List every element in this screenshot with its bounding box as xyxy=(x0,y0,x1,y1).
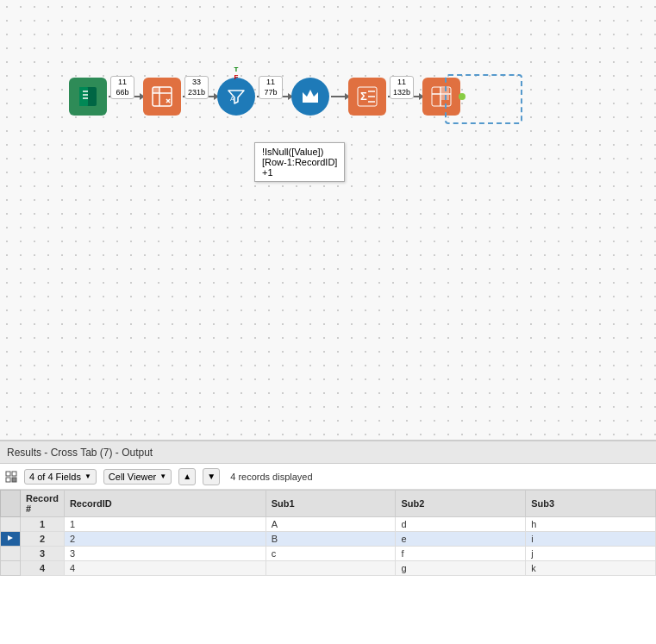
node-summarize[interactable] xyxy=(291,78,329,116)
row-indicator-1 xyxy=(1,517,21,532)
data-table: Record # RecordID Sub1 Sub2 Sub3 1 1 A d… xyxy=(0,490,656,576)
svg-rect-20 xyxy=(441,88,449,93)
cell-recordid-4: 4 xyxy=(64,561,266,576)
th-record-num: Record # xyxy=(21,491,65,517)
nav-up-button[interactable]: ▲ xyxy=(178,468,196,485)
cell-sub1-4 xyxy=(266,561,396,576)
cell-sub2-3: f xyxy=(396,547,526,561)
cell-sub1-2: B xyxy=(266,532,396,547)
false-badge: F xyxy=(234,73,239,81)
cell-sub3-1: h xyxy=(526,517,656,532)
nav-down-button[interactable]: ▼ xyxy=(203,468,220,485)
connector-4 xyxy=(331,96,347,97)
row-num-4: 4 xyxy=(21,561,65,576)
tooltip-line3: +1 xyxy=(262,167,337,178)
svg-rect-8 xyxy=(153,87,159,93)
row-active-icon xyxy=(6,534,15,542)
tooltip-line2: [Row-1:RecordID] xyxy=(262,157,337,167)
svg-rect-10 xyxy=(303,101,318,103)
fields-icon-area xyxy=(5,471,17,483)
table-row[interactable]: 4 4 g k xyxy=(1,561,656,576)
cell-sub2-4: g xyxy=(396,561,526,576)
viewer-dropdown[interactable]: Cell Viewer ▼ xyxy=(103,469,172,485)
row-num-1: 1 xyxy=(21,517,65,532)
row-num-2: 2 xyxy=(21,532,65,547)
th-recordid: RecordID xyxy=(64,491,266,517)
grid-icon xyxy=(5,471,17,483)
filter-icon: A xyxy=(226,86,247,107)
cell-sub3-3: j xyxy=(526,547,656,561)
formula-icon: Σ xyxy=(356,85,378,108)
svg-rect-24 xyxy=(12,478,16,482)
th-sub2: Sub2 xyxy=(396,491,526,517)
svg-rect-21 xyxy=(6,472,10,476)
cell-recordid-3: 3 xyxy=(64,547,266,561)
output-dot xyxy=(459,93,465,100)
cell-sub3-4: k xyxy=(526,561,656,576)
table-header-row: Record # RecordID Sub1 Sub2 Sub3 xyxy=(1,491,656,517)
true-badge: T xyxy=(234,66,239,73)
node-crosstab[interactable] xyxy=(422,78,460,116)
node-filter[interactable]: T F A 11 77b xyxy=(217,78,255,116)
row-num-3: 3 xyxy=(21,547,65,561)
node-formula-label: 11 132b xyxy=(390,76,414,99)
node-filter-label: 11 77b xyxy=(259,76,283,99)
cell-sub3-2: i xyxy=(526,532,656,547)
results-title: Results - Cross Tab (7) - Output xyxy=(7,447,153,459)
cell-recordid-1: 1 xyxy=(64,517,266,532)
cell-sub1-3: c xyxy=(266,547,396,561)
svg-rect-1 xyxy=(79,87,88,106)
svg-marker-25 xyxy=(8,535,13,541)
node-formula[interactable]: Σ 11 132b xyxy=(348,78,386,116)
svg-rect-19 xyxy=(441,95,449,100)
tooltip-box: !IsNull([Value]) [Row-1:RecordID] +1 xyxy=(254,142,345,182)
cell-sub2-1: d xyxy=(396,517,526,532)
select-icon xyxy=(151,85,173,108)
viewer-label: Cell Viewer xyxy=(109,472,156,482)
node-input[interactable]: 11 66b xyxy=(69,78,107,116)
cell-sub2-2: e xyxy=(396,532,526,547)
th-sub3: Sub3 xyxy=(526,491,656,517)
node-select-label: 33 231b xyxy=(184,76,209,99)
svg-text:A: A xyxy=(230,96,234,102)
table-row[interactable]: 1 1 A d h xyxy=(1,517,656,532)
th-sub1: Sub1 xyxy=(266,491,396,517)
fields-label: 4 of 4 Fields xyxy=(29,472,81,482)
fields-dropdown[interactable]: 4 of 4 Fields ▼ xyxy=(24,469,97,485)
node-select[interactable]: 33 231b xyxy=(143,78,181,116)
workflow-canvas[interactable]: 11 66b 33 231b xyxy=(0,0,656,440)
chevron-down-icon-2: ▼ xyxy=(159,472,166,480)
table-row[interactable]: 2 2 B e i xyxy=(1,532,656,547)
records-count: 4 records displayed xyxy=(230,472,312,482)
row-indicator-4 xyxy=(1,561,21,576)
th-indicator xyxy=(1,491,21,517)
crown-icon xyxy=(299,85,322,108)
row-indicator-3 xyxy=(1,547,21,561)
chevron-down-icon: ▼ xyxy=(84,472,91,480)
svg-rect-23 xyxy=(6,478,10,482)
tooltip-line1: !IsNull([Value]) xyxy=(262,147,337,157)
svg-text:Σ: Σ xyxy=(360,90,367,103)
table-row[interactable]: 3 3 c f j xyxy=(1,547,656,561)
cell-recordid-2: 2 xyxy=(64,532,266,547)
svg-rect-22 xyxy=(12,472,16,476)
crosstab-icon xyxy=(430,85,453,108)
results-header: Results - Cross Tab (7) - Output xyxy=(0,441,656,464)
row-indicator-2 xyxy=(1,532,21,547)
results-toolbar: 4 of 4 Fields ▼ Cell Viewer ▼ ▲ ▼ 4 reco… xyxy=(0,464,656,490)
results-panel: Results - Cross Tab (7) - Output 4 of 4 … xyxy=(0,440,656,644)
cell-sub1-1: A xyxy=(266,517,396,532)
book-icon xyxy=(76,84,100,109)
data-table-wrapper: Record # RecordID Sub1 Sub2 Sub3 1 1 A d… xyxy=(0,490,656,644)
workflow-nodes: 11 66b 33 231b xyxy=(69,78,460,116)
node-input-label: 11 66b xyxy=(110,76,134,99)
